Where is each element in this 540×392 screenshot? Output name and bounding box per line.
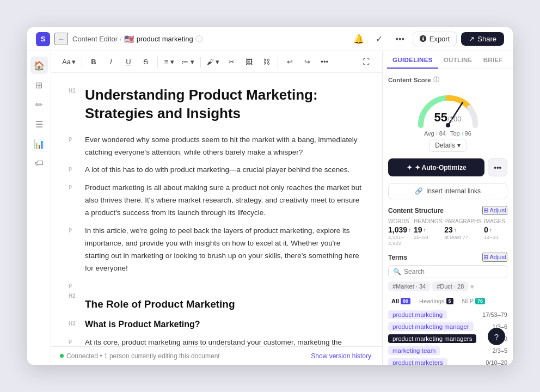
optimize-star-icon: ✦: [407, 164, 412, 171]
tag-market[interactable]: #Market · 34: [388, 281, 430, 291]
h3-1-text[interactable]: What is Product Marketing?: [85, 319, 200, 330]
terms-label: Terms: [388, 254, 407, 261]
bold-button[interactable]: B: [86, 54, 101, 70]
term-range-4: 0/10–20: [486, 359, 507, 365]
toolbar-separator-3: [200, 57, 201, 68]
tab-brief[interactable]: BRIEF: [478, 51, 508, 69]
top-bar-right: 🔔 ✓ ••• 🅦 Export ↗ Share: [351, 31, 504, 47]
search-input[interactable]: [404, 268, 502, 275]
share-button[interactable]: ↗ Share: [461, 32, 504, 46]
paragraphs-arrow: ↑: [454, 227, 457, 233]
terms-adjust-button[interactable]: ⊞ Adjust: [482, 253, 507, 262]
link-button[interactable]: ⛓: [259, 54, 274, 70]
fullscreen-button[interactable]: ⛶: [358, 54, 373, 70]
notifications-button[interactable]: 🔔: [351, 31, 367, 47]
term-tag-2[interactable]: product marketing managers: [388, 334, 476, 343]
avg-label: Avg: [424, 130, 434, 137]
align-button[interactable]: ≡ ▾: [162, 54, 177, 70]
filter-all[interactable]: All 80: [388, 297, 414, 305]
top-label: Top: [450, 130, 460, 137]
top-value: 96: [465, 130, 471, 137]
gauge-number: 55/100: [434, 111, 462, 125]
redo-button[interactable]: ↪: [299, 54, 315, 70]
search-icon: 🔍: [393, 268, 401, 275]
check-button[interactable]: ✓: [371, 31, 388, 47]
tab-outline[interactable]: OUTLINE: [438, 51, 478, 69]
sidebar-tag-icon[interactable]: 🏷: [30, 155, 48, 172]
paragraphs-num: 23: [444, 225, 453, 234]
sidebar-list-icon[interactable]: ☰: [30, 115, 48, 133]
font-button[interactable]: Aa ▾: [60, 54, 78, 70]
avg-stat: Avg ↑ 84: [424, 130, 446, 137]
more-toolbar-button[interactable]: •••: [317, 54, 332, 70]
p3-label: p: [69, 182, 82, 189]
term-tag-0[interactable]: product marketing: [388, 310, 447, 319]
paragraphs-value: 23 ↑: [444, 225, 457, 234]
highlight-button[interactable]: 🖌 ▾: [205, 54, 222, 70]
p2-text[interactable]: A lot of this has to do with product mar…: [85, 164, 349, 176]
image-button[interactable]: 🖼: [241, 54, 256, 70]
p6-label: p: [69, 336, 82, 344]
panel-tabs: GUIDELINES OUTLINE BRIEF: [383, 51, 513, 69]
p4-text[interactable]: In this article, we're going to peel bac…: [85, 225, 365, 275]
h1-text[interactable]: Understanding Product Marketing: Strateg…: [85, 86, 365, 123]
structure-adjust-button[interactable]: ⊞ Adjust: [482, 206, 507, 215]
breadcrumb: Content Editor / 🇺🇸 product marketing ⓘ: [72, 34, 202, 44]
paragraphs-range: at least 77: [444, 234, 468, 240]
p6-text[interactable]: At its core, product marketing aims to u…: [85, 336, 365, 346]
sidebar-edit-icon[interactable]: ✏: [30, 96, 48, 113]
struct-words: WORDS 1,039 ↑ 2,541–2,922: [388, 218, 412, 246]
back-button[interactable]: ←: [54, 33, 68, 45]
tags-expand-icon[interactable]: ▾: [470, 283, 474, 291]
help-fab-button[interactable]: ?: [488, 328, 505, 345]
p1-label: p: [69, 134, 82, 142]
p3-text[interactable]: Product marketing is all about making su…: [85, 182, 365, 219]
editor-content[interactable]: H1 Understanding Product Marketing: Stra…: [51, 73, 382, 346]
tag-duct[interactable]: #Duct · 28: [432, 281, 468, 291]
status-dot: [60, 354, 64, 358]
avg-value: 84: [439, 130, 446, 137]
terms-search[interactable]: 🔍: [388, 265, 507, 278]
sidebar-grid-icon[interactable]: ⊞: [30, 76, 48, 94]
structure-grid: WORDS 1,039 ↑ 2,541–2,922 HEADINGS 19: [388, 218, 507, 246]
filter-nlp[interactable]: NLP 76: [459, 297, 488, 305]
underline-button[interactable]: U: [121, 54, 136, 70]
more-options-button[interactable]: •••: [392, 31, 408, 47]
auto-optimize-button[interactable]: ✦ ✦ Auto-Optimize: [388, 158, 484, 176]
list-button[interactable]: ≔ ▾: [179, 54, 197, 70]
undo-button[interactable]: ↩: [282, 54, 297, 70]
words-arrow: ↑: [408, 227, 411, 233]
main-layout: 🏠 ⊞ ✏ ☰ 📊 🏷 Aa ▾ B I U S ≡ ▾ ≔ ▾: [27, 51, 513, 365]
sidebar-home-icon[interactable]: 🏠: [30, 57, 48, 74]
sidebar-chart-icon[interactable]: 📊: [30, 135, 48, 152]
breadcrumb-title: product marketing: [137, 35, 193, 43]
editor-area: Aa ▾ B I U S ≡ ▾ ≔ ▾ 🖌 ▾ ✂ 🖼 ⛓ ↩ ↪ •••: [51, 51, 382, 365]
headings-num: 19: [414, 225, 422, 234]
export-button[interactable]: 🅦 Export: [413, 32, 457, 46]
gauge-stats: Avg ↑ 84 Top ↑ 96: [424, 130, 471, 137]
term-range-3: 2/3–5: [492, 347, 507, 354]
tab-guidelines[interactable]: GUIDELINES: [387, 51, 438, 69]
insert-links-button[interactable]: 🔗 Insert internal links: [388, 183, 507, 199]
structure-label: Content Structure: [388, 207, 444, 215]
version-history-button[interactable]: Show version history: [309, 348, 373, 364]
details-button[interactable]: Details ▾: [429, 139, 467, 152]
headings-range: 28–59: [414, 234, 428, 240]
optimize-more-button[interactable]: •••: [488, 158, 507, 176]
details-chevron-icon: ▾: [457, 142, 461, 149]
strikethrough-button[interactable]: S: [138, 54, 154, 70]
score-denom: /100: [447, 115, 461, 123]
status-connected: Connected • 1 person currently editing t…: [60, 352, 220, 360]
filter-headings[interactable]: Headings 5: [416, 297, 457, 305]
h1-label: H1: [69, 86, 82, 94]
p1-text[interactable]: Ever wondered why some products seem to …: [85, 134, 365, 159]
term-tag-4[interactable]: product marketers: [388, 358, 447, 365]
sidebar-icons: 🏠 ⊞ ✏ ☰ 📊 🏷: [27, 51, 51, 365]
italic-button[interactable]: I: [103, 54, 119, 70]
headings-value: 19 ↑: [414, 225, 426, 234]
wp-icon: 🅦: [420, 35, 427, 43]
term-tag-3[interactable]: marketing team: [388, 346, 440, 355]
h2-text[interactable]: The Role of Product Marketing: [85, 298, 235, 311]
term-tag-1[interactable]: product marketing manager: [388, 322, 474, 331]
cut-button[interactable]: ✂: [224, 54, 239, 70]
